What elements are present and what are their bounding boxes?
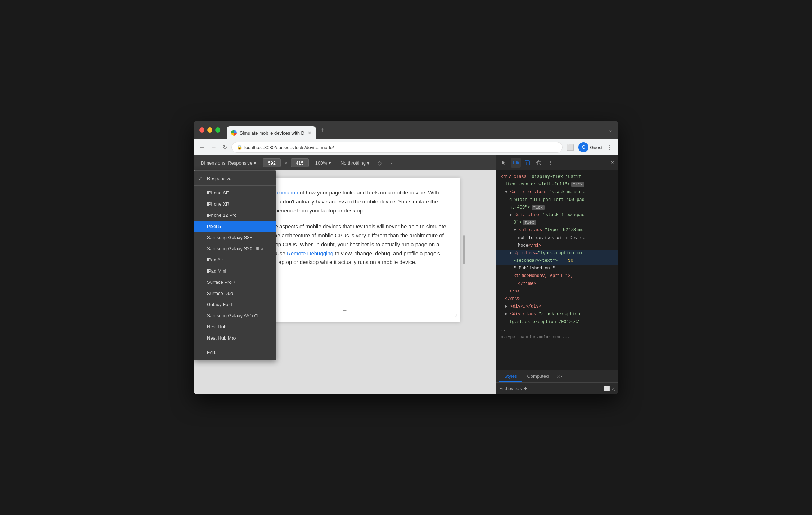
minimize-button[interactable] (207, 127, 212, 133)
filter-plus-button[interactable]: + (524, 385, 527, 392)
styles-filter-bar: Fi :hov .cls + ⬜ ◁ (496, 383, 618, 394)
tab-menu-button[interactable]: ⌄ (608, 127, 613, 133)
menu-item-label: iPad Mini (207, 268, 226, 274)
menu-item-ipad-air[interactable]: iPad Air (194, 254, 276, 265)
address-bar: ← → ↻ 🔒 localhost:8080/docs/devtools/dev… (194, 139, 618, 155)
profile-area[interactable]: G Guest (578, 142, 603, 152)
svg-rect-2 (525, 161, 529, 165)
throttle-dropdown[interactable]: No throttling ▾ (338, 159, 373, 167)
drag-handle[interactable]: ≡ (343, 307, 347, 317)
menu-item-label: iPhone SE (207, 190, 229, 196)
back-button[interactable]: ← (198, 143, 207, 152)
menu-item-label: Pixel 5 (207, 224, 221, 229)
url-bar[interactable]: 🔒 localhost:8080/docs/devtools/device-mo… (231, 142, 563, 153)
code-line: ... (496, 326, 618, 333)
elements-panel-button[interactable] (522, 158, 532, 168)
dimensions-dropdown[interactable]: Dimensions: Responsive ▾ (198, 159, 259, 167)
code-line: mobile devices with Device (496, 234, 618, 242)
menu-item-iphone-xr[interactable]: iPhone XR (194, 198, 276, 210)
menu-divider-1 (194, 185, 276, 186)
right-controls: ⬜ G Guest ⋮ (565, 142, 614, 152)
menu-item-label: Surface Pro 7 (207, 279, 236, 285)
devtools-panel: ⋮ × <div class="display-flex justif iten… (496, 155, 618, 394)
menu-item-label: Nest Hub (207, 324, 226, 330)
chrome-menu-button[interactable]: ⋮ (605, 143, 614, 152)
code-panel: <div class="display-flex justif itent-ce… (496, 170, 618, 370)
menu-item-responsive[interactable]: Responsive (194, 173, 276, 184)
throttle-arrow-icon: ▾ (367, 160, 370, 166)
devtools-close-button[interactable]: × (609, 158, 615, 167)
device-mode-button[interactable] (511, 158, 521, 168)
more-tools-button[interactable]: ⋮ (545, 158, 555, 168)
profile-name: Guest (590, 145, 603, 150)
remote-debugging-link[interactable]: Remote Debugging (287, 250, 333, 256)
cursor-tool-button[interactable] (499, 158, 509, 168)
code-line: <time>Monday, April 13, (496, 272, 618, 280)
filter-icon-2[interactable]: ◁ (612, 386, 615, 391)
menu-item-iphone-12-pro[interactable]: iPhone 12 Pro (194, 210, 276, 221)
sensor-icon-button[interactable]: ◇ (376, 158, 383, 168)
code-line: lg:stack-exception-700">…</ (496, 318, 618, 326)
menu-item-label: Samsung Galaxy A51/71 (207, 313, 258, 318)
menu-item-samsung-s20[interactable]: Samsung Galaxy S20 Ultra (194, 243, 276, 254)
menu-item-label: Samsung Galaxy S8+ (207, 235, 252, 240)
tab-close-icon[interactable]: × (307, 129, 312, 136)
settings-button[interactable] (534, 158, 544, 168)
main-area: Dimensions: Responsive ▾ × 100% ▾ No thr… (194, 155, 618, 394)
devtools-toggle-button[interactable]: ⬜ (565, 143, 576, 152)
active-tab[interactable]: Simulate mobile devices with D × (227, 126, 316, 139)
resize-handle[interactable]: ⌟ (454, 309, 457, 319)
code-line: g width-full pad-left-400 pad (496, 196, 618, 204)
code-line: ht-400">flex (496, 204, 618, 211)
title-bar: Simulate mobile devices with D × + ⌄ (194, 121, 618, 139)
menu-item-label: Samsung Galaxy S20 Ultra (207, 246, 263, 251)
menu-item-surface-duo[interactable]: Surface Duo (194, 288, 276, 299)
filter-cls-button[interactable]: .cls (515, 386, 522, 391)
code-line: ▼ <h1 class="type--h2">Simu (496, 227, 618, 234)
tab-more-button[interactable]: >> (554, 372, 565, 381)
dimensions-arrow-icon: ▾ (254, 160, 256, 166)
menu-item-nest-hub[interactable]: Nest Hub (194, 321, 276, 332)
traffic-lights (199, 127, 220, 133)
flex-badge: flex (532, 205, 545, 210)
zoom-dropdown[interactable]: 100% ▾ (312, 159, 334, 167)
menu-item-nest-hub-max[interactable]: Nest Hub Max (194, 332, 276, 344)
close-button[interactable] (199, 127, 204, 133)
filter-fi-label: Fi (499, 386, 503, 391)
scroll-indicator[interactable] (463, 235, 465, 264)
width-input[interactable] (263, 158, 281, 167)
browser-window: Simulate mobile devices with D × + ⌄ ← →… (194, 121, 618, 394)
height-input[interactable] (291, 158, 309, 167)
menu-item-pixel-5[interactable]: Pixel 5 (194, 221, 276, 232)
menu-item-edit[interactable]: Edit... (194, 347, 276, 358)
forward-button[interactable]: → (209, 143, 218, 152)
devtools-toolbar: ⋮ × (496, 155, 618, 170)
dimension-cross: × (284, 160, 287, 166)
menu-item-samsung-a51[interactable]: Samsung Galaxy A51/71 (194, 310, 276, 321)
code-line: 0">flex (496, 219, 618, 227)
menu-item-galaxy-fold[interactable]: Galaxy Fold (194, 299, 276, 310)
filter-icon-1[interactable]: ⬜ (604, 386, 610, 391)
code-line: itent-center width-full">flex (496, 181, 618, 188)
menu-item-label: iPhone 12 Pro (207, 212, 236, 218)
flex-badge: flex (571, 182, 584, 187)
menu-item-samsung-s8[interactable]: Samsung Galaxy S8+ (194, 232, 276, 243)
more-options-button[interactable]: ⋮ (387, 158, 396, 168)
menu-item-surface-pro[interactable]: Surface Pro 7 (194, 277, 276, 288)
lock-icon: 🔒 (237, 145, 242, 150)
tab-styles[interactable]: Styles (499, 371, 522, 382)
menu-item-label: iPad Air (207, 257, 223, 263)
refresh-button[interactable]: ↻ (221, 143, 229, 152)
filter-icons: ⬜ ◁ (604, 386, 615, 391)
maximize-button[interactable] (215, 127, 220, 133)
dimensions-label: Dimensions: Responsive (201, 160, 252, 166)
menu-item-iphone-se[interactable]: iPhone SE (194, 187, 276, 198)
tab-computed[interactable]: Computed (522, 371, 554, 382)
menu-item-ipad-mini[interactable]: iPad Mini (194, 265, 276, 277)
zoom-arrow-icon: ▾ (329, 160, 331, 166)
code-line-selected[interactable]: ▼ <p class="type--caption co (496, 250, 618, 257)
filter-hov-button[interactable]: :hov (505, 386, 513, 391)
new-tab-button[interactable]: + (319, 125, 326, 136)
tab-favicon (231, 130, 237, 136)
tab-bar: Simulate mobile devices with D × + ⌄ (227, 124, 613, 136)
